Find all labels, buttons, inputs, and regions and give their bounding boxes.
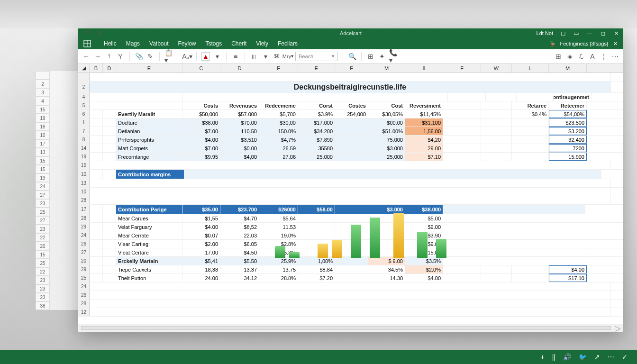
cell[interactable] xyxy=(481,101,512,109)
col-header[interactable]: C xyxy=(182,64,220,73)
cell[interactable]: $26000 xyxy=(259,205,298,214)
row-label[interactable]: Viear Cartieg xyxy=(116,240,182,248)
row-number[interactable]: 13 xyxy=(78,179,90,187)
cell[interactable]: 11.53 xyxy=(259,223,298,231)
cell[interactable]: $57.000 xyxy=(220,110,259,118)
cell[interactable] xyxy=(103,231,116,239)
menu-viely[interactable]: Viely xyxy=(251,39,273,48)
boxed-cell[interactable]: $54,00% xyxy=(549,110,587,118)
cell[interactable]: 26.59 xyxy=(259,144,298,152)
cell[interactable] xyxy=(90,110,103,118)
more-icon[interactable]: ⋯ xyxy=(611,52,619,61)
section-header[interactable]: Contributico margins xyxy=(116,170,184,179)
row-label[interactable]: Velat Farguary xyxy=(116,223,182,231)
cell[interactable] xyxy=(90,274,103,282)
cell[interactable]: $9.00 xyxy=(405,223,443,231)
col-header[interactable]: E xyxy=(298,64,335,73)
cell[interactable] xyxy=(103,118,116,127)
cell[interactable] xyxy=(90,205,103,214)
window-button-1[interactable]: ▢ xyxy=(560,30,566,36)
cell[interactable] xyxy=(481,136,512,144)
cell[interactable]: 13.75 xyxy=(259,265,298,273)
cell[interactable] xyxy=(443,205,585,214)
cell[interactable]: $2.8% xyxy=(259,240,298,248)
cell[interactable] xyxy=(443,144,481,152)
align-icon[interactable]: ≡ xyxy=(231,52,240,61)
row-label[interactable]: Prrfersperophts xyxy=(116,136,182,144)
minimize-button[interactable]: — xyxy=(586,30,593,36)
cell[interactable] xyxy=(512,144,549,152)
signature-icon[interactable]: ℒ xyxy=(577,52,585,61)
cell[interactable] xyxy=(182,93,448,101)
cell[interactable] xyxy=(90,136,103,144)
row-number[interactable]: 28 xyxy=(78,300,90,308)
cell[interactable]: $0.07 xyxy=(182,231,220,239)
cell[interactable] xyxy=(90,153,103,161)
cell[interactable]: $4.00 xyxy=(182,223,220,231)
cell[interactable] xyxy=(184,170,601,179)
cell[interactable] xyxy=(368,223,405,231)
cell[interactable]: 35580 xyxy=(298,144,335,152)
cell[interactable] xyxy=(335,248,368,256)
cell[interactable]: $2.00 xyxy=(182,240,220,248)
cell[interactable] xyxy=(103,265,116,273)
spreadsheet-grid[interactable]: 2Deckungsbeitraigirecunstie.life4Contira… xyxy=(78,73,623,324)
cell[interactable] xyxy=(90,73,611,81)
cell[interactable] xyxy=(103,144,116,152)
taskbar-icon[interactable]: ⋯ xyxy=(608,353,614,361)
menu-cherit[interactable]: Cherit xyxy=(227,39,251,48)
cell[interactable]: 24.00 xyxy=(182,274,220,282)
cell[interactable] xyxy=(443,214,585,222)
cell[interactable]: $6.05 xyxy=(220,240,259,248)
cell[interactable]: 25,000 xyxy=(368,153,405,161)
cell[interactable]: 17.00 xyxy=(182,248,220,256)
row-label[interactable]: Mear Carues xyxy=(116,214,182,222)
cell[interactable]: $7.20 xyxy=(298,274,335,282)
menu-mags[interactable]: Mags xyxy=(121,39,145,48)
taskbar-icon[interactable]: ✓ xyxy=(622,353,628,361)
cell[interactable]: $0.00 xyxy=(220,144,259,152)
cell[interactable]: $7.00 xyxy=(182,144,220,152)
cell[interactable]: $5,700 xyxy=(259,110,298,118)
col-header[interactable]: F xyxy=(443,64,481,73)
row-number[interactable]: 24 xyxy=(78,282,90,291)
horizontal-scrollbar[interactable]: ▷ xyxy=(78,324,623,332)
cell[interactable] xyxy=(90,257,103,265)
cell[interactable] xyxy=(90,291,611,299)
cell[interactable]: $4,00 xyxy=(220,153,259,161)
select-all-corner[interactable]: ◢ xyxy=(78,64,90,73)
row-number[interactable]: 6 xyxy=(78,110,90,118)
row-number[interactable]: 5 xyxy=(78,101,90,109)
cell[interactable] xyxy=(90,101,182,109)
taskbar-icon[interactable]: 🐦 xyxy=(579,353,587,361)
cell[interactable] xyxy=(90,308,611,316)
row-number[interactable]: 20 xyxy=(78,257,90,265)
search-input[interactable]: Beach ▾ xyxy=(295,52,338,61)
cell[interactable]: $4,00 xyxy=(549,265,587,273)
cell[interactable] xyxy=(481,153,512,161)
menu-vatbout[interactable]: Vatbout xyxy=(145,39,173,48)
cell[interactable] xyxy=(481,274,512,282)
row-number[interactable]: 29 xyxy=(78,265,90,273)
cell[interactable] xyxy=(443,110,481,118)
cell[interactable]: 22.03 xyxy=(220,231,259,239)
cell[interactable] xyxy=(335,274,368,282)
cell[interactable] xyxy=(103,110,116,118)
close-button[interactable]: ✕ xyxy=(613,30,619,36)
cell[interactable] xyxy=(443,240,585,248)
cell[interactable]: 25.9% xyxy=(259,257,298,265)
row-label[interactable]: Detlanlan xyxy=(116,127,182,135)
table-icon[interactable]: ⊞ xyxy=(366,52,375,61)
cell[interactable] xyxy=(90,223,103,231)
cell[interactable]: $3.000 xyxy=(368,205,405,214)
row-number[interactable]: 8 xyxy=(78,136,90,144)
cell[interactable]: $8,52 xyxy=(220,223,259,231)
phone-icon[interactable]: 📞▾ xyxy=(389,52,398,61)
maximize-button[interactable]: ◻ xyxy=(600,30,606,36)
cell[interactable] xyxy=(103,274,116,282)
cell[interactable] xyxy=(512,127,549,135)
grid-icon[interactable]: ⊞ xyxy=(554,52,563,61)
cell[interactable] xyxy=(512,153,549,161)
edit-icon[interactable]: ✎ xyxy=(146,52,155,61)
header-cell[interactable]: Corst xyxy=(298,101,335,109)
